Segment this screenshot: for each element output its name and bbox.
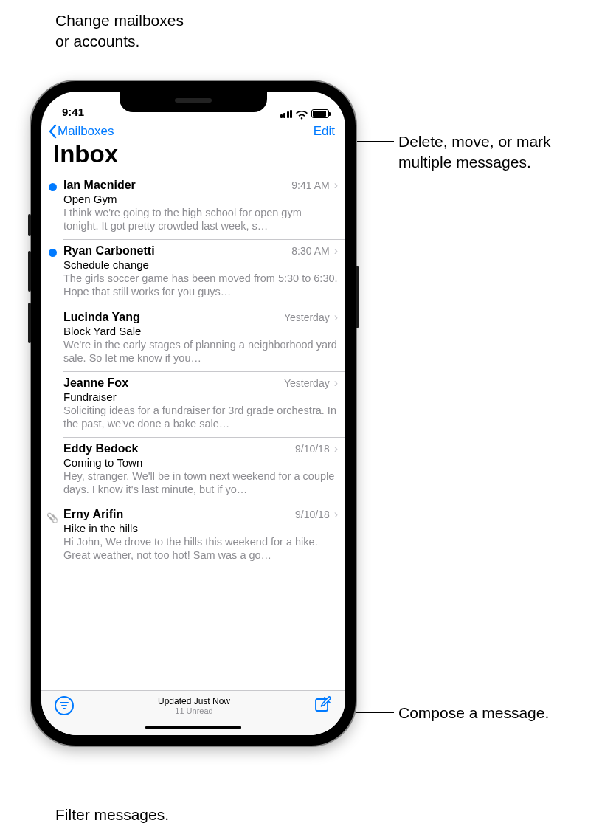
- edit-button[interactable]: Edit: [314, 124, 335, 139]
- message-body: Jeanne FoxYesterday›FundraiserSoliciting…: [63, 376, 345, 430]
- message-sender: Jeanne Fox: [63, 376, 128, 390]
- silence-switch: [28, 214, 31, 236]
- message-row[interactable]: Ryan Carbonetti8:30 AM›Schedule changeTh…: [41, 239, 345, 305]
- message-body: Ryan Carbonetti8:30 AM›Schedule changeTh…: [63, 244, 345, 298]
- message-preview: Hey, stranger. We'll be in town next wee…: [63, 469, 338, 496]
- page-title: Inbox: [41, 140, 345, 173]
- message-preview: I think we're going to the high school f…: [63, 206, 338, 233]
- message-row[interactable]: Ian Macnider9:41 AM›Open GymI think we'r…: [41, 173, 345, 239]
- back-button[interactable]: Mailboxes: [47, 124, 114, 139]
- chevron-right-icon: ›: [334, 179, 338, 192]
- message-body: Lucinda YangYesterday›Block Yard SaleWe'…: [63, 311, 345, 365]
- message-marker: [41, 179, 63, 233]
- message-time: 9:41 AM: [291, 179, 329, 191]
- wifi-icon: [296, 109, 308, 118]
- chevron-left-icon: [47, 124, 58, 139]
- chevron-right-icon: ›: [334, 376, 338, 390]
- message-marker: 📎: [41, 508, 63, 562]
- attachment-icon: 📎: [46, 512, 58, 562]
- cellular-icon: [280, 110, 293, 118]
- message-sender: Ian Macnider: [63, 179, 136, 192]
- power-button: [356, 266, 359, 328]
- message-sender: Erny Arifin: [63, 508, 123, 521]
- message-list[interactable]: Ian Macnider9:41 AM›Open GymI think we'r…: [41, 173, 345, 690]
- notch: [120, 92, 267, 112]
- message-subject: Block Yard Sale: [63, 325, 338, 337]
- unread-count: 11 Unread: [158, 706, 230, 715]
- message-marker: [41, 376, 63, 430]
- message-time: Yesterday: [284, 311, 330, 323]
- message-time: Yesterday: [284, 377, 330, 389]
- phone-frame: 9:41 Mailboxes Edit Inbox Ia: [31, 81, 356, 746]
- message-preview: Hi John, We drove to the hills this week…: [63, 535, 338, 562]
- message-sender: Ryan Carbonetti: [63, 244, 155, 258]
- message-time: 8:30 AM: [291, 245, 329, 257]
- message-subject: Fundraiser: [63, 390, 338, 403]
- message-preview: Soliciting ideas for a fundraiser for 3r…: [63, 404, 338, 430]
- message-sender: Eddy Bedock: [63, 442, 138, 455]
- chevron-right-icon: ›: [334, 244, 338, 258]
- chevron-right-icon: ›: [334, 442, 338, 455]
- toolbar-status: Updated Just Now 11 Unread: [158, 696, 230, 715]
- filter-button[interactable]: [55, 696, 74, 715]
- message-marker: [41, 244, 63, 298]
- message-time: 9/10/18: [295, 443, 330, 455]
- message-subject: Open Gym: [63, 193, 338, 205]
- message-row[interactable]: Lucinda YangYesterday›Block Yard SaleWe'…: [41, 306, 345, 371]
- unread-dot-icon: [49, 183, 57, 191]
- message-row[interactable]: Jeanne FoxYesterday›FundraiserSoliciting…: [41, 371, 345, 437]
- message-sender: Lucinda Yang: [63, 311, 140, 324]
- message-preview: We're in the early stages of planning a …: [63, 338, 338, 365]
- message-body: Erny Arifin9/10/18›Hike in the hillsHi J…: [63, 508, 345, 562]
- message-marker: [41, 442, 63, 496]
- message-row[interactable]: Eddy Bedock9/10/18›Coming to TownHey, st…: [41, 437, 345, 503]
- message-row[interactable]: 📎Erny Arifin9/10/18›Hike in the hillsHi …: [41, 503, 345, 568]
- back-label: Mailboxes: [58, 124, 114, 139]
- callout-edit: Delete, move, or mark multiple messages.: [398, 131, 551, 173]
- callout-mailboxes: Change mailboxes or accounts.: [55, 10, 184, 52]
- message-preview: The girls soccer game has been moved fro…: [63, 272, 338, 298]
- battery-icon: [311, 109, 329, 118]
- toolbar: Updated Just Now 11 Unread: [41, 690, 345, 719]
- volume-down-button: [28, 303, 31, 343]
- message-subject: Hike in the hills: [63, 522, 338, 534]
- updated-label: Updated Just Now: [158, 696, 230, 706]
- message-time: 9/10/18: [295, 509, 330, 520]
- volume-up-button: [28, 251, 31, 292]
- callout-compose: Compose a message.: [398, 703, 549, 723]
- nav-bar: Mailboxes Edit: [41, 120, 345, 140]
- message-marker: [41, 311, 63, 365]
- message-body: Ian Macnider9:41 AM›Open GymI think we'r…: [63, 179, 345, 233]
- compose-icon: [314, 695, 332, 713]
- callout-filter: Filter messages.: [55, 805, 169, 825]
- message-subject: Coming to Town: [63, 456, 338, 469]
- unread-dot-icon: [49, 249, 57, 257]
- home-indicator: [41, 719, 345, 735]
- status-time: 9:41: [62, 106, 84, 118]
- chevron-right-icon: ›: [334, 508, 338, 521]
- message-body: Eddy Bedock9/10/18›Coming to TownHey, st…: [63, 442, 345, 496]
- chevron-right-icon: ›: [334, 311, 338, 324]
- message-subject: Schedule change: [63, 258, 338, 271]
- compose-button[interactable]: [314, 695, 332, 716]
- screen: 9:41 Mailboxes Edit Inbox Ia: [41, 92, 345, 735]
